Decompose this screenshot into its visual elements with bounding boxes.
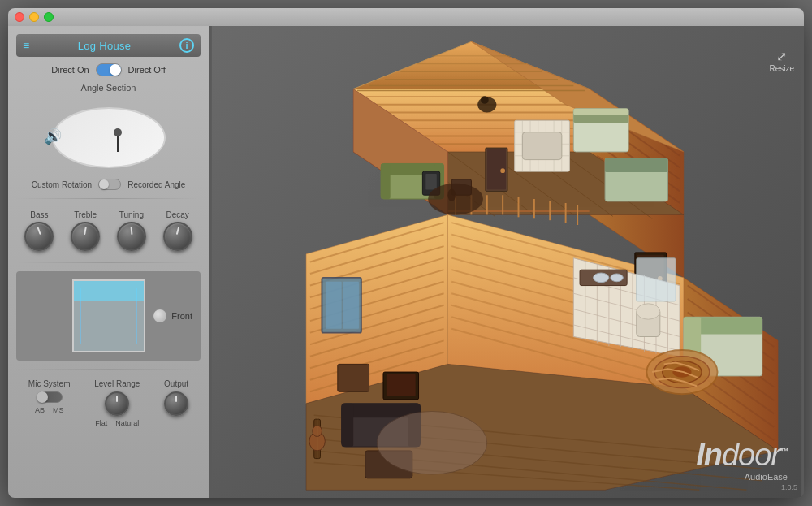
divider-1 [16, 198, 201, 199]
svg-rect-64 [425, 174, 437, 189]
svg-point-66 [447, 188, 456, 201]
svg-rect-130 [637, 258, 676, 301]
rotation-row: Custom Rotation Recorded Angle [16, 179, 201, 190]
svg-rect-41 [605, 158, 667, 172]
svg-rect-133 [343, 282, 359, 329]
app-logo: Indoor™ [696, 439, 788, 470]
resize-icon: ⤢ [769, 49, 794, 64]
knobs-row: Bass Treble Tuning Decay [16, 207, 201, 254]
room-box [72, 279, 145, 352]
svg-rect-139 [338, 364, 369, 391]
decay-knob-group: Decay [163, 210, 192, 251]
traffic-lights [15, 12, 54, 22]
title-bar [8, 8, 804, 26]
direct-toggle-row: Direct On Direct Off [16, 63, 201, 76]
listener-indicator [117, 132, 119, 152]
mic-system-group: Mic System AB MS [28, 379, 71, 414]
svg-rect-132 [326, 282, 341, 329]
treble-label: Treble [74, 210, 97, 219]
ms-label: MS [53, 406, 64, 414]
ab-label: AB [35, 406, 45, 414]
menu-icon[interactable]: ≡ [23, 39, 29, 52]
main-content: ⤢ Resize Indoor™ AudioEase 1.0.5 [209, 26, 804, 498]
bottom-controls: Mic System AB MS Level Range Flat Natura… [16, 378, 201, 427]
direct-on-label: Direct On [51, 65, 89, 75]
room-top-fill [74, 281, 144, 301]
svg-point-126 [594, 273, 609, 283]
svg-point-129 [637, 304, 660, 319]
direct-off-label: Direct Off [128, 65, 166, 75]
mic-system-label: Mic System [28, 379, 71, 388]
tuning-knob[interactable] [117, 222, 146, 251]
room-visualization[interactable]: Front [16, 271, 201, 361]
house-scene [209, 26, 804, 498]
angle-ellipse [52, 107, 166, 168]
resize-label: Resize [769, 64, 794, 73]
svg-rect-136 [342, 404, 354, 447]
angle-display[interactable]: 🔊 [40, 99, 178, 172]
panel-title: Log House [78, 40, 132, 52]
svg-point-127 [611, 274, 623, 282]
angle-section: 🔊 [16, 99, 201, 172]
tuning-knob-group: Tuning [117, 210, 146, 251]
svg-point-69 [500, 168, 505, 173]
svg-point-152 [481, 96, 489, 104]
direct-toggle[interactable] [96, 63, 122, 76]
info-icon[interactable]: i [179, 38, 194, 53]
svg-rect-155 [387, 374, 416, 396]
bass-label: Bass [30, 210, 48, 219]
flat-label: Flat [95, 419, 107, 427]
front-dot [153, 309, 167, 323]
level-range-knob[interactable] [105, 391, 129, 416]
resize-button[interactable]: ⤢ Resize [769, 49, 794, 73]
svg-point-153 [377, 411, 487, 474]
front-row: Front [153, 309, 192, 323]
svg-rect-34 [381, 163, 391, 199]
svg-rect-39 [573, 109, 628, 115]
main-window: ≡ Log House i Direct On Direct Off Angle… [8, 8, 804, 498]
treble-knob-group: Treble [71, 210, 100, 251]
minimize-button[interactable] [29, 12, 39, 22]
treble-knob[interactable] [71, 222, 100, 251]
logo-sub: AudioEase [696, 472, 788, 482]
mic-sub-labels: AB MS [35, 406, 64, 414]
svg-rect-52 [522, 132, 561, 160]
recorded-angle-label: Recorded Angle [127, 180, 185, 189]
divider-2 [16, 262, 201, 263]
logo-tm: ™ [780, 447, 788, 456]
level-range-label: Level Range [94, 379, 140, 388]
left-panel: ≡ Log House i Direct On Direct Off Angle… [8, 26, 209, 498]
tuning-label: Tuning [119, 210, 144, 219]
level-sub-labels: Flat Natural [95, 419, 139, 427]
custom-rotation-label: Custom Rotation [32, 180, 92, 189]
divider-3 [16, 369, 201, 370]
version-text: 1.0.5 [781, 483, 797, 491]
output-knob[interactable] [164, 391, 188, 416]
panel-header: ≡ Log House i [16, 34, 201, 57]
logo-door: door [722, 438, 780, 472]
logo-in: In [696, 438, 722, 472]
mic-toggle[interactable] [37, 391, 63, 403]
bass-knob[interactable] [24, 222, 54, 251]
svg-point-65 [428, 184, 483, 215]
logo-area: Indoor™ AudioEase [696, 439, 788, 482]
output-label: Output [164, 379, 188, 388]
bass-knob-group: Bass [24, 210, 54, 251]
rotation-toggle[interactable] [98, 179, 121, 190]
close-button[interactable] [15, 12, 24, 22]
front-label: Front [171, 311, 192, 321]
angle-section-label: Angle Section [16, 83, 201, 93]
maximize-button[interactable] [44, 12, 54, 22]
speaker-icon: 🔊 [44, 128, 62, 145]
output-group: Output [164, 379, 188, 416]
decay-knob[interactable] [163, 222, 192, 251]
decay-label: Decay [166, 210, 188, 219]
natural-label: Natural [115, 419, 139, 427]
level-range-group: Level Range Flat Natural [94, 379, 140, 427]
